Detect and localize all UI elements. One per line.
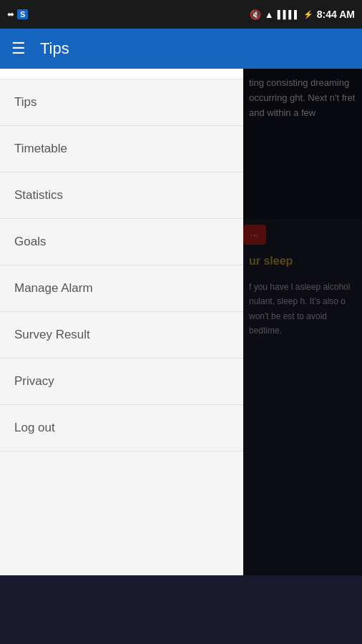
menu-item-label: Tips bbox=[14, 95, 37, 109]
menu-item-statistics[interactable]: Statistics bbox=[0, 172, 243, 219]
status-left-icons: ⬌ S bbox=[7, 9, 28, 19]
navigation-drawer: test Friends and Family Tips Timetable S… bbox=[0, 0, 243, 575]
menu-item-timetable[interactable]: Timetable bbox=[0, 126, 243, 172]
s-icon: S bbox=[17, 9, 28, 19]
menu-item-label: Log out bbox=[14, 421, 55, 435]
status-bar: ⬌ S 🔇 ▲ ▌▌▌▌ ⚡ 8:44 AM bbox=[0, 0, 362, 29]
menu-item-label: Goals bbox=[14, 235, 46, 249]
menu-item-survey-result[interactable]: Survey Result bbox=[0, 312, 243, 358]
menu-item-manage-alarm[interactable]: Manage Alarm bbox=[0, 265, 243, 312]
app-header: ☰ Tips bbox=[0, 29, 362, 69]
status-time: 8:44 AM bbox=[317, 9, 355, 20]
menu-item-label: Timetable bbox=[14, 142, 67, 156]
menu-list: Tips Timetable Statistics Goals Manage A… bbox=[0, 79, 243, 452]
menu-item-label: Manage Alarm bbox=[14, 281, 93, 296]
app-title: Tips bbox=[40, 39, 69, 58]
signal-icon: ▌▌▌▌ bbox=[278, 10, 300, 19]
menu-item-label: Privacy bbox=[14, 374, 54, 389]
menu-item-label: Statistics bbox=[14, 188, 63, 203]
battery-icon: ⚡ bbox=[303, 10, 313, 19]
menu-item-tips[interactable]: Tips bbox=[0, 79, 243, 126]
menu-item-logout[interactable]: Log out bbox=[0, 405, 243, 452]
menu-item-privacy[interactable]: Privacy bbox=[0, 358, 243, 405]
dim-overlay bbox=[243, 0, 362, 575]
hamburger-icon[interactable]: ☰ bbox=[11, 39, 26, 58]
wifi-icon: ▲ bbox=[265, 9, 274, 20]
menu-item-label: Survey Result bbox=[14, 328, 90, 342]
status-right-icons: 🔇 ▲ ▌▌▌▌ ⚡ 8:44 AM bbox=[250, 9, 355, 20]
usb-icon: ⬌ bbox=[7, 9, 14, 19]
menu-item-goals[interactable]: Goals bbox=[0, 219, 243, 265]
mute-icon: 🔇 bbox=[250, 9, 261, 20]
